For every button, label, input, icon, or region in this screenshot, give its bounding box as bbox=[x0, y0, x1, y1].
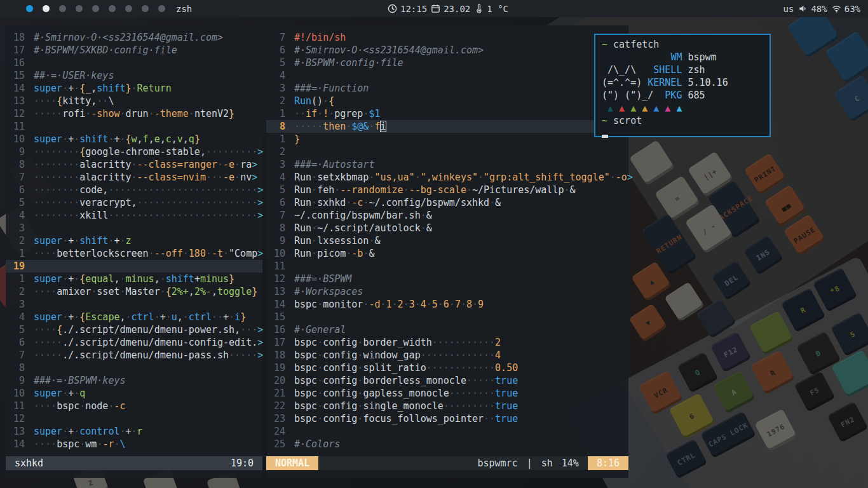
code-line: 11····bspc·node·-c bbox=[6, 400, 262, 412]
line-number: 2 bbox=[266, 146, 285, 158]
line-number: 1 bbox=[266, 107, 285, 120]
code-line: 25#·Colors bbox=[266, 438, 628, 451]
code-line: 3 bbox=[6, 222, 262, 234]
line-number: 7 bbox=[6, 171, 25, 184]
workspace-dot-3[interactable] bbox=[59, 5, 66, 12]
line-number: 16 bbox=[6, 57, 25, 69]
code-line: 6·····./.script/dmenu/dmenu-config-edit.… bbox=[6, 336, 262, 349]
workspace-dot-1[interactable] bbox=[26, 5, 33, 12]
code-line: 8········alacritty·--class=ranger·-e·ra> bbox=[6, 158, 262, 171]
line-number: 24 bbox=[266, 425, 285, 438]
code-line: 10Run·picom·-b·& bbox=[266, 247, 628, 260]
code-line: 1····betterlockscreen·--off·180·-t·"Comp… bbox=[6, 247, 262, 260]
right-statusline: NORMAL bspwmrc | sh 14% 8:16 bbox=[266, 456, 628, 470]
code-line: 3 bbox=[6, 298, 262, 311]
line-number: 19 bbox=[6, 260, 25, 273]
statusline-filename: bspwmrc bbox=[477, 458, 517, 469]
line-number: 2 bbox=[6, 285, 25, 298]
editor-window-bspwmrc[interactable]: 7#!/bin/sh6#·Smirnov-O·<ss2316544@gmail.… bbox=[266, 25, 628, 478]
line-number: 2 bbox=[6, 234, 25, 247]
keyboard-layout-indicator[interactable]: us bbox=[783, 4, 794, 14]
line-number: 5 bbox=[6, 323, 25, 336]
focused-window-title: zsh bbox=[176, 4, 192, 14]
wifi-icon bbox=[832, 4, 841, 13]
statusline-scroll-percent: 14% bbox=[562, 458, 579, 469]
volume-value: 48% bbox=[811, 4, 827, 14]
code-line: 13····{kitty,··\ bbox=[6, 95, 262, 107]
code-line: 23bspc·config·focus_follows_pointer··tru… bbox=[266, 412, 628, 425]
code-line: 19bspc·config·split_ratio············0.5… bbox=[266, 362, 628, 374]
clock-widget: 12:15 bbox=[388, 4, 427, 14]
line-number: 13 bbox=[6, 95, 25, 107]
line-number: 23 bbox=[266, 412, 285, 425]
line-number: 5 bbox=[266, 184, 285, 196]
code-line: 2····amixer·sset·Master·{2%+,2%-,toggle} bbox=[6, 285, 262, 298]
terminal-window-catfetch[interactable]: ~ catfetch WM bspwm /\_/\ SHELL zsh(=^.^… bbox=[594, 34, 771, 137]
statusline-cursor-position: 19:0 bbox=[231, 458, 254, 469]
line-number: 19 bbox=[266, 362, 285, 374]
workspace-dot-8[interactable] bbox=[142, 5, 149, 12]
line-number: 8 bbox=[6, 158, 25, 171]
line-number: 17 bbox=[6, 44, 25, 57]
network-widget[interactable]: 63% bbox=[832, 4, 860, 14]
line-number: 4 bbox=[266, 69, 285, 82]
calendar-icon bbox=[431, 4, 440, 13]
workspace-dot-7[interactable] bbox=[125, 5, 132, 12]
workspace-dot-2[interactable] bbox=[43, 5, 50, 12]
code-line: 2Run()·{ bbox=[266, 95, 628, 107]
line-number: 5 bbox=[266, 57, 285, 69]
workspace-dot-5[interactable] bbox=[92, 5, 99, 12]
code-line-cursor: 19 bbox=[6, 260, 262, 273]
code-line: 7~/.config/bspwm/bar.sh·& bbox=[266, 209, 628, 222]
line-number: 6 bbox=[6, 336, 25, 349]
code-line: (=^.^=) KERNEL 5.10.16 bbox=[602, 76, 763, 89]
code-line: ~ scrot bbox=[602, 114, 763, 127]
code-line-cursor: 8·····then·$@&·fi bbox=[266, 120, 628, 133]
code-line: 5········veracrypt,·····················… bbox=[6, 196, 262, 209]
line-number: 6 bbox=[6, 184, 25, 196]
line-number: 14 bbox=[266, 298, 285, 311]
code-line: 1} bbox=[266, 133, 628, 146]
volume-widget[interactable]: 48% bbox=[798, 4, 827, 14]
statusline-position-badge: 8:16 bbox=[588, 456, 628, 470]
line-number: 20 bbox=[266, 374, 285, 387]
date-widget: 23.02 bbox=[431, 4, 470, 14]
code-line: 6Run·sxhkd·-c·~/.config/bspwm/sxhkd·& bbox=[266, 196, 628, 209]
line-number: 10 bbox=[6, 387, 25, 400]
line-number: 1 bbox=[6, 247, 25, 260]
line-number: 10 bbox=[6, 133, 25, 146]
code-line: 24 bbox=[266, 425, 628, 438]
line-number: 3 bbox=[266, 82, 285, 95]
code-line: 10super·+·shift·+·{w,f,e,c,v,q} bbox=[6, 133, 262, 146]
line-number: 13 bbox=[266, 285, 285, 298]
line-number: 18 bbox=[266, 349, 285, 362]
line-number: 11 bbox=[6, 120, 25, 133]
line-number: 4 bbox=[6, 209, 25, 222]
code-line: 16#·General bbox=[266, 323, 628, 336]
code-line: 8 bbox=[6, 362, 262, 374]
statusline-filename: sxhkd bbox=[15, 458, 43, 469]
workspace-dot-9[interactable] bbox=[158, 5, 165, 12]
terminal-cursor bbox=[602, 135, 608, 138]
line-number: 11 bbox=[266, 260, 285, 273]
code-line: 2super·+·shift·+·z bbox=[6, 234, 262, 247]
code-line: 17bspc·config·border_width···········2 bbox=[266, 336, 628, 349]
code-line: 12###=·BSPWM bbox=[266, 273, 628, 285]
code-line: 20bspc·config·borderless_monocle·····tru… bbox=[266, 374, 628, 387]
code-line: 14super·+·{_,shift}·Return bbox=[6, 82, 262, 95]
speaker-icon bbox=[798, 4, 808, 13]
workspace-dot-4[interactable] bbox=[76, 5, 83, 12]
line-number: 3 bbox=[6, 222, 25, 234]
editor-window-sxhkd[interactable]: 18#·Smirnov-O·<ss2316544@gmail.com>17#·B… bbox=[6, 25, 262, 478]
code-line: 22bspc·config·single_monocle·········tru… bbox=[266, 400, 628, 412]
line-number: 12 bbox=[6, 412, 25, 425]
code-line: 16 bbox=[6, 57, 262, 69]
code-line: 4Run·setxkbmap·"us,ua"·",winkeys"·"grp:a… bbox=[266, 171, 628, 184]
line-number: 2 bbox=[266, 95, 285, 107]
line-number: 12 bbox=[266, 273, 285, 285]
code-line: 9········{google-chrome-stable,·········… bbox=[6, 146, 262, 158]
line-number: 8 bbox=[6, 362, 25, 374]
code-line: ▲ ▲ ▲ ▲ ▲ ▲ ▲ bbox=[602, 102, 763, 114]
workspace-dot-6[interactable] bbox=[109, 5, 116, 12]
line-number: 8 bbox=[266, 120, 285, 133]
